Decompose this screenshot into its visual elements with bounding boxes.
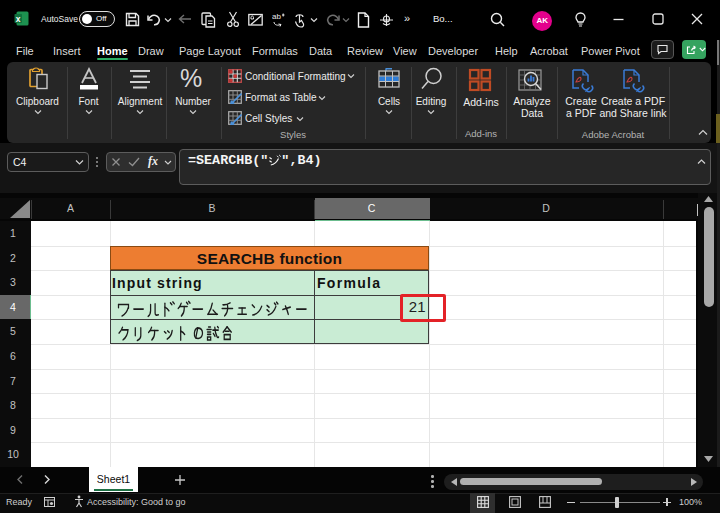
svg-text:x: x <box>16 14 21 24</box>
svg-text:ab: ab <box>272 12 281 21</box>
